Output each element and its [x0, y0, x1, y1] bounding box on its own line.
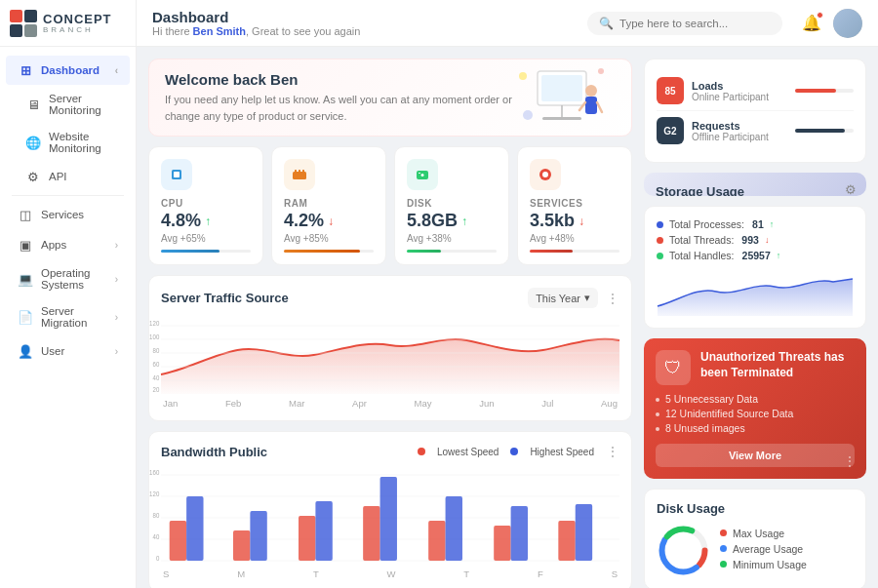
loads-badge: 85	[657, 77, 684, 104]
shield-icon: 🛡	[656, 350, 691, 385]
svg-rect-46	[250, 511, 266, 561]
disk-card-header: Disk Usage	[657, 501, 854, 516]
avatar[interactable]	[833, 9, 862, 38]
os-icon: 💻	[18, 271, 33, 287]
bw-x-label: T	[313, 568, 319, 579]
stat-label-disk: DISK	[407, 198, 497, 209]
svg-point-8	[519, 72, 527, 80]
welcome-title: Welcome back Ben	[165, 71, 536, 88]
search-icon: 🔍	[599, 17, 614, 30]
user-name: Ben Smith	[193, 25, 246, 37]
server-icon: 🖥	[25, 97, 41, 112]
sidebar-item-website-monitoring[interactable]: 🌐 Website Monitoring	[6, 124, 130, 161]
svg-text:80: 80	[152, 347, 159, 354]
threat-title: Unauthorized Threats has been Terminated	[700, 350, 855, 380]
highest-speed-label: Highest Speed	[530, 447, 594, 457]
svg-text:40: 40	[152, 533, 159, 540]
logo-cell-2	[24, 10, 37, 22]
x-label: Apr	[352, 398, 367, 409]
x-label: Feb	[225, 398, 241, 409]
sidebar-item-apps[interactable]: ▣ Apps ›	[6, 230, 130, 259]
search-box[interactable]: 🔍	[587, 12, 782, 35]
services-stat-icon	[538, 167, 553, 182]
chevron-icon: ›	[115, 312, 118, 323]
total-processes-label: Total Processes:	[669, 218, 744, 230]
svg-rect-53	[494, 526, 510, 561]
content-left: Welcome back Ben If you need any help le…	[137, 47, 644, 588]
sidebar-item-user[interactable]: 👤 User ›	[6, 336, 130, 366]
loads-subtitle: Online Participant	[692, 92, 787, 102]
view-more-button[interactable]: View More	[656, 444, 855, 467]
handles-dot	[657, 253, 663, 259]
highest-speed-dot	[510, 448, 518, 455]
total-threads-label: Total Threads:	[669, 234, 734, 246]
total-processes-value: 81	[752, 218, 764, 230]
api-icon: ⚙	[25, 169, 41, 184]
avg-usage-dot	[720, 545, 727, 552]
sidebar-item-api[interactable]: ⚙ API	[6, 162, 130, 191]
min-usage-dot	[720, 561, 727, 568]
bandwidth-chart: 160 120 80 40 0	[161, 467, 619, 565]
max-usage-dot	[720, 529, 727, 536]
bw-x-label: M	[237, 568, 245, 579]
stat-bar-fill-ram	[284, 250, 360, 253]
loads-bar	[795, 89, 854, 93]
services-icon: ◫	[18, 207, 33, 222]
disk-usage-card: Disk Usage Max Usage	[644, 489, 866, 588]
sidebar-item-label: Server Migration	[41, 305, 115, 329]
x-label: Jun	[479, 398, 494, 409]
gear-icon[interactable]: ⚙	[845, 182, 857, 196]
disk-gauge-svg	[657, 524, 710, 577]
disk-usage-title: Disk Usage	[657, 501, 725, 516]
loads-info: Loads Online Participant	[692, 80, 787, 102]
svg-rect-5	[585, 97, 597, 114]
svg-rect-14	[295, 170, 297, 173]
disk-legend-item-avg: Average Usage	[720, 543, 854, 555]
traffic-filter[interactable]: This Year ▾	[528, 288, 598, 308]
services-icon-wrap	[530, 159, 561, 190]
sidebar-item-server-migration[interactable]: 📄 Server Migration ›	[6, 298, 130, 335]
sidebar-item-label: Server Monitoring	[49, 93, 118, 116]
notification-bell[interactable]: 🔔	[802, 14, 821, 32]
content-area: Welcome back Ben If you need any help le…	[137, 47, 878, 588]
loads-card: 85 Loads Online Participant G2	[644, 59, 866, 163]
logo-cell-4	[24, 24, 37, 37]
process-card: Total Processes: 81 ↑ Total Threads: 993…	[644, 206, 866, 329]
logo-branch: BRANCH	[43, 25, 112, 34]
up-arrow-icon: ↑	[205, 215, 211, 228]
total-processes-item: Total Processes: 81 ↑	[657, 218, 854, 230]
threat-more-icon[interactable]: ⋮	[843, 453, 857, 469]
stat-bar-fill-services	[530, 250, 573, 253]
traffic-controls: This Year ▾ ⋮	[528, 288, 619, 308]
threat-item: 8 Unused images	[656, 422, 855, 434]
svg-rect-43	[170, 521, 186, 561]
avg-usage-label: Average Usage	[733, 543, 803, 555]
sidebar-item-label: Apps	[41, 239, 115, 251]
svg-rect-12	[174, 172, 180, 177]
up-arrow-icon: ↑	[461, 215, 467, 228]
traffic-menu-icon[interactable]: ⋮	[606, 291, 619, 306]
svg-point-9	[598, 68, 604, 74]
stat-label-ram: RAM	[284, 198, 374, 209]
stat-value-cpu: 4.8% ↑	[161, 211, 251, 231]
traffic-chart-svg: 120 100 80 60 40 20	[161, 316, 619, 394]
svg-rect-50	[380, 477, 397, 561]
search-input[interactable]	[619, 18, 766, 29]
sidebar-item-label: API	[49, 171, 118, 182]
migration-icon: 📄	[18, 309, 33, 325]
cpu-icon	[169, 167, 184, 182]
globe-icon: 🌐	[25, 135, 41, 150]
sidebar-item-os[interactable]: 💻 Operating Systems ›	[6, 260, 130, 297]
svg-rect-1	[541, 75, 582, 101]
bw-x-label: S	[163, 568, 169, 579]
stat-card-ram: RAM 4.2% ↓ Avg +85%	[271, 146, 386, 265]
requests-bar-fill	[795, 129, 845, 133]
sidebar-item-server-monitoring[interactable]: 🖥 Server Monitoring	[6, 86, 130, 123]
bandwidth-menu-icon[interactable]: ⋮	[606, 444, 619, 459]
sidebar-item-services[interactable]: ◫ Services	[6, 200, 130, 229]
sidebar-item-dashboard[interactable]: ⊞ Dashboard ‹	[6, 56, 130, 85]
storage-header: Storage Usage ⚙	[656, 184, 855, 196]
stat-bar-cpu	[161, 250, 251, 253]
svg-rect-13	[293, 172, 306, 179]
requests-item: G2 Requests Offline Participant	[657, 111, 854, 150]
